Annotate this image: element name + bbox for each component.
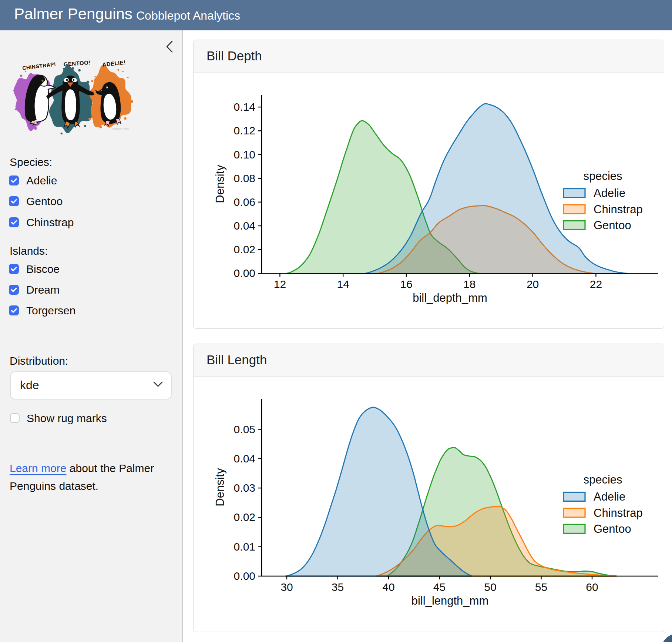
svg-text:50: 50 <box>484 581 496 593</box>
svg-text:ADÉLIE!: ADÉLIE! <box>102 59 126 68</box>
svg-text:Gentoo: Gentoo <box>594 219 631 232</box>
svg-text:30: 30 <box>280 581 293 593</box>
svg-text:0.12: 0.12 <box>234 124 255 137</box>
svg-text:0.05: 0.05 <box>234 423 255 435</box>
svg-text:Adelie: Adelie <box>594 187 625 200</box>
svg-text:0.10: 0.10 <box>234 148 255 161</box>
svg-text:CHINSTRAP!: CHINSTRAP! <box>22 61 56 71</box>
svg-text:0.02: 0.02 <box>234 511 255 523</box>
svg-text:14: 14 <box>337 278 349 290</box>
svg-text:0.02: 0.02 <box>234 243 255 255</box>
svg-text:@allison_horst: @allison_horst <box>112 127 129 130</box>
svg-text:GENTOO!: GENTOO! <box>63 59 91 67</box>
svg-text:18: 18 <box>463 278 476 290</box>
svg-text:0.06: 0.06 <box>234 196 255 208</box>
svg-text:Adelie: Adelie <box>594 490 625 503</box>
svg-text:12: 12 <box>274 278 286 290</box>
svg-text:40: 40 <box>382 581 394 593</box>
svg-text:55: 55 <box>535 581 547 593</box>
svg-text:Density: Density <box>214 165 226 203</box>
svg-text:35: 35 <box>332 581 344 593</box>
svg-text:45: 45 <box>433 581 446 593</box>
svg-text:species: species <box>583 473 622 486</box>
svg-text:Chinstrap: Chinstrap <box>594 506 643 519</box>
svg-text:species: species <box>583 170 622 183</box>
svg-text:0.00: 0.00 <box>234 267 255 279</box>
svg-text:60: 60 <box>586 581 598 593</box>
svg-text:20: 20 <box>527 278 539 290</box>
svg-text:bill_depth_mm: bill_depth_mm <box>413 291 487 304</box>
svg-text:0.01: 0.01 <box>234 541 255 553</box>
svg-text:0.03: 0.03 <box>234 482 255 494</box>
svg-text:Gentoo: Gentoo <box>594 522 631 535</box>
svg-text:0.00: 0.00 <box>234 570 255 582</box>
svg-text:0.14: 0.14 <box>234 101 255 113</box>
svg-text:16: 16 <box>400 278 412 290</box>
svg-text:bill_length_mm: bill_length_mm <box>411 594 489 607</box>
svg-text:0.08: 0.08 <box>234 172 255 184</box>
svg-text:22: 22 <box>590 278 602 290</box>
svg-text:0.04: 0.04 <box>234 452 255 465</box>
svg-text:0.04: 0.04 <box>234 220 255 232</box>
svg-text:Density: Density <box>214 468 226 506</box>
svg-text:Chinstrap: Chinstrap <box>594 203 643 216</box>
